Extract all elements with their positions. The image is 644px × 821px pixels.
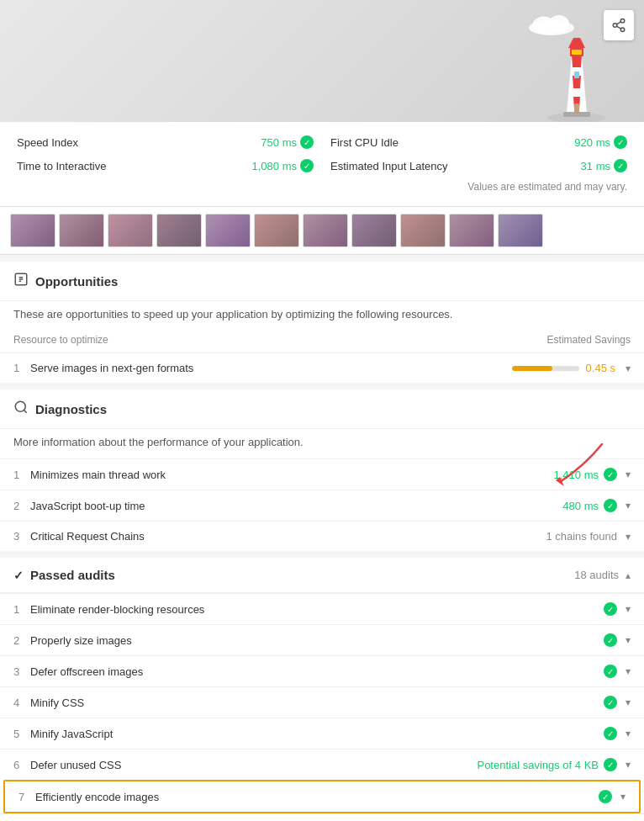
tti-value: 1,080 ms ✓: [252, 159, 314, 172]
savings-bar-fill-1: [512, 366, 552, 371]
passed-checkmark-icon: ✓: [13, 569, 24, 582]
passed-check-7: ✓: [599, 790, 612, 803]
passed-title: Passed audits: [30, 568, 115, 582]
input-latency-value: 31 ms ✓: [581, 159, 627, 172]
passed-section: ✓ Passed audits 18 audits ▴ 1 Eliminate …: [0, 558, 644, 821]
chevron-up-icon: ▴: [626, 569, 631, 581]
opportunities-desc: These are opportunities to speed up your…: [0, 301, 644, 331]
svg-rect-15: [572, 50, 582, 55]
passed-check-3: ✓: [604, 665, 617, 678]
passed-num-5: 5: [13, 728, 30, 740]
passed-row-1[interactable]: 1 Eliminate render-blocking resources ✓ …: [0, 593, 644, 624]
passed-row-7[interactable]: 7 Efficiently encode images ✓ ▾: [3, 780, 641, 813]
diagnostics-row-2[interactable]: 2 JavaScript boot-up time 480 ms ✓ ▾: [0, 490, 644, 521]
chevron-down-icon-p5: ▾: [626, 728, 631, 739]
svg-point-1: [613, 24, 617, 28]
diag-num-1: 1: [13, 469, 30, 481]
passed-check-2: ✓: [604, 633, 617, 647]
potential-savings-text: Potential savings of 4 KB: [477, 759, 599, 771]
chevron-down-icon-diag2: ▾: [626, 500, 631, 511]
passed-header-left: ✓ Passed audits: [13, 568, 115, 582]
opportunities-header: Opportunities: [0, 262, 644, 301]
diag-check-1: ✓: [604, 468, 617, 481]
svg-point-23: [15, 401, 25, 411]
passed-label-2: Properly size images: [30, 634, 604, 647]
speed-index-row: Speed Index 750 ms ✓: [17, 135, 314, 149]
opportunity-row-1[interactable]: 1 Serve images in next-gen formats 0.45 …: [0, 352, 644, 383]
passed-row-3[interactable]: 3 Defer offscreen images ✓ ▾: [0, 655, 644, 686]
lighthouse-illustration: [543, 29, 610, 122]
first-cpu-label: First CPU Idle: [330, 136, 399, 149]
metrics-section: Speed Index 750 ms ✓ First CPU Idle 920 …: [0, 122, 644, 207]
passed-row-5[interactable]: 5 Minify JavaScript ✓ ▾: [0, 718, 644, 749]
diag-value-1: 1,410 ms ✓ ▾: [554, 468, 631, 481]
chevron-down-icon-diag1: ▾: [626, 469, 631, 480]
diagnostics-row-3[interactable]: 3 Critical Request Chains 1 chains found…: [0, 521, 644, 551]
opportunities-table-header: Resource to optimize Estimated Savings: [0, 331, 644, 352]
passed-row-6[interactable]: 6 Defer unused CSS Potential savings of …: [0, 749, 644, 780]
passed-value-6: Potential savings of 4 KB ✓ ▾: [477, 758, 631, 771]
passed-num-7: 7: [18, 791, 35, 803]
passed-row-2[interactable]: 2 Properly size images ✓ ▾: [0, 624, 644, 655]
filmstrip-thumb-6: [254, 214, 299, 247]
filmstrip-thumb-8: [351, 214, 397, 247]
chevron-down-icon-opp1: ▾: [626, 363, 631, 374]
speed-index-value: 750 ms ✓: [261, 135, 314, 149]
tti-check: ✓: [300, 159, 314, 172]
input-latency-label: Estimated Input Latency: [330, 160, 447, 172]
diagnostics-icon: [13, 400, 29, 418]
diagnostics-row-1[interactable]: 1 Minimizes main thread work 1,410 ms ✓ …: [0, 458, 644, 490]
passed-header[interactable]: ✓ Passed audits 18 audits ▴: [0, 558, 644, 593]
metrics-grid: Speed Index 750 ms ✓ First CPU Idle 920 …: [17, 135, 627, 172]
speed-index-check: ✓: [300, 135, 314, 149]
input-latency-check: ✓: [614, 159, 627, 172]
opportunity-num-1: 1: [13, 362, 30, 374]
savings-value-1: 0.45 s: [586, 362, 615, 374]
tti-row: Time to Interactive 1,080 ms ✓: [17, 159, 314, 172]
chevron-down-icon-p6: ▾: [626, 759, 631, 771]
passed-check-4: ✓: [604, 696, 617, 709]
filmstrip-thumb-1: [10, 214, 55, 247]
svg-marker-10: [572, 55, 582, 67]
passed-value-3: ✓ ▾: [604, 665, 631, 678]
diag-check-2: ✓: [604, 499, 617, 512]
passed-label-7: Efficiently encode images: [35, 791, 599, 803]
diagnostics-desc: More information about the performance o…: [0, 429, 644, 458]
passed-count-area: 18 audits ▴: [574, 569, 631, 581]
passed-count: 18 audits: [574, 569, 619, 581]
filmstrip: [0, 207, 644, 255]
diag-value-2: 480 ms ✓ ▾: [562, 499, 631, 512]
opportunities-title: Opportunities: [35, 274, 118, 289]
opportunities-section: Opportunities These are opportunities to…: [0, 262, 644, 383]
svg-marker-14: [568, 38, 585, 48]
passed-check-5: ✓: [604, 727, 617, 740]
speed-index-label: Speed Index: [17, 136, 78, 149]
filmstrip-thumb-7: [303, 214, 348, 247]
diagnostics-header: Diagnostics: [0, 389, 644, 429]
filmstrip-thumb-4: [156, 214, 202, 247]
passed-label-3: Defer offscreen images: [30, 665, 604, 678]
first-cpu-check: ✓: [614, 135, 627, 149]
passed-label-4: Minify CSS: [30, 697, 604, 709]
passed-num-6: 6: [13, 759, 30, 771]
svg-line-3: [616, 26, 620, 29]
filmstrip-thumb-5: [205, 214, 251, 247]
opportunity-label-1: Serve images in next-gen formats: [30, 362, 512, 374]
passed-row-4[interactable]: 4 Minify CSS ✓ ▾: [0, 686, 644, 718]
passed-value-2: ✓ ▾: [604, 633, 631, 647]
passed-row-8[interactable]: 8 Enable text compression ▾: [0, 813, 644, 821]
opportunity-savings-1: 0.45 s ▾: [512, 362, 631, 374]
input-latency-row: Estimated Input Latency 31 ms ✓: [330, 159, 627, 172]
diag-value-3: 1 chains found ▾: [546, 530, 631, 543]
svg-line-24: [24, 410, 26, 412]
passed-num-1: 1: [13, 603, 30, 616]
passed-num-4: 4: [13, 697, 30, 709]
diagnostics-title: Diagnostics: [35, 402, 107, 416]
svg-point-2: [620, 28, 625, 32]
passed-value-5: ✓ ▾: [604, 727, 631, 740]
filmstrip-thumb-2: [59, 214, 104, 247]
diag-label-3: Critical Request Chains: [30, 530, 546, 543]
opportunities-icon: [13, 272, 29, 290]
filmstrip-thumb-10: [449, 214, 494, 247]
savings-bar-1: [512, 366, 579, 371]
